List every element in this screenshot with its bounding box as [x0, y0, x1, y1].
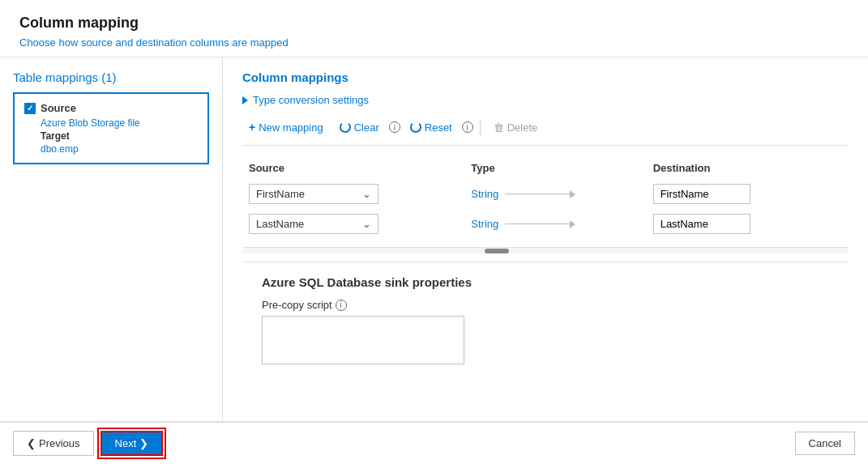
arrow-line	[505, 220, 575, 228]
scrollbar-thumb	[485, 249, 509, 253]
col-type-header: Type	[464, 157, 646, 179]
clear-label: Clear	[354, 121, 379, 134]
delete-button[interactable]: 🗑 Delete	[487, 118, 545, 137]
next-label: Next	[115, 437, 137, 449]
precopy-textarea[interactable]	[262, 316, 464, 364]
reset-icon	[410, 121, 421, 133]
body-area: Table mappings (1) Source Azure Blob Sto…	[0, 57, 868, 421]
cancel-button[interactable]: Cancel	[795, 432, 855, 455]
new-mapping-button[interactable]: + New mapping	[242, 117, 330, 137]
source-value: Azure Blob Storage file	[41, 117, 198, 129]
clear-icon	[340, 121, 351, 133]
right-panel: Column mappings Type conversion settings…	[223, 57, 868, 421]
chevron-down-icon: ⌄	[362, 218, 371, 230]
destination-cell	[647, 209, 849, 239]
arrow-head-icon	[570, 220, 575, 228]
table-row: LastName ⌄ String	[242, 209, 849, 239]
table-row: FirstName ⌄ String	[242, 179, 849, 209]
clear-info-icon: i	[389, 121, 400, 133]
reset-label: Reset	[425, 121, 452, 134]
arrow-head-icon	[570, 190, 575, 198]
chevron-left-icon: ❮	[27, 437, 36, 449]
source-cell: LastName ⌄	[242, 209, 464, 239]
type-conversion-row[interactable]: Type conversion settings	[242, 94, 849, 106]
chevron-right-icon: ❯	[139, 437, 148, 449]
destination-input[interactable]	[653, 214, 750, 234]
previous-label: Previous	[39, 437, 80, 449]
source-select[interactable]: FirstName ⌄	[249, 184, 378, 204]
type-cell: String	[464, 209, 646, 239]
previous-button[interactable]: ❮ Previous	[13, 431, 94, 456]
arrow-line	[505, 190, 575, 198]
horizontal-scrollbar[interactable]	[242, 247, 849, 253]
page-title: Column mapping	[19, 15, 849, 32]
main-content: Column mapping Choose how source and des…	[0, 0, 868, 421]
type-cell: String	[464, 179, 646, 209]
source-select-value: LastName	[256, 218, 304, 230]
sink-section: Azure SQL Database sink properties Pre-c…	[242, 262, 849, 380]
chevron-down-icon: ⌄	[362, 188, 371, 200]
reset-info-icon: i	[462, 121, 473, 133]
footer: ❮ Previous Next ❯ Cancel	[0, 421, 868, 464]
expand-arrow-icon	[242, 96, 248, 104]
mapping-item[interactable]: Source Azure Blob Storage file Target db…	[13, 92, 209, 164]
delete-icon: 🗑	[494, 121, 504, 134]
new-mapping-label: New mapping	[259, 121, 323, 134]
footer-left: ❮ Previous Next ❯	[13, 431, 163, 456]
column-mappings-title: Column mappings	[242, 70, 849, 84]
cancel-label: Cancel	[809, 437, 841, 449]
destination-input[interactable]	[653, 184, 750, 204]
target-value: dbo.emp	[41, 143, 198, 155]
col-dest-header: Destination	[647, 157, 849, 179]
mapping-item-header: Source	[24, 102, 198, 114]
toolbar: + New mapping Clear i Reset i 🗑 Delete	[242, 117, 849, 146]
mapping-table: Source Type Destination FirstName ⌄ Stri…	[242, 157, 849, 239]
sink-title: Azure SQL Database sink properties	[262, 275, 829, 289]
toolbar-divider	[480, 119, 481, 135]
source-select[interactable]: LastName ⌄	[249, 214, 378, 234]
type-label: String	[471, 218, 498, 230]
next-button[interactable]: Next ❯	[100, 431, 164, 456]
clear-button[interactable]: Clear	[333, 118, 386, 137]
reset-button[interactable]: Reset	[404, 118, 459, 137]
col-source-header: Source	[242, 157, 464, 179]
line	[505, 194, 570, 194]
page-header: Column mapping Choose how source and des…	[0, 0, 868, 57]
page-subtitle: Choose how source and destination column…	[19, 36, 849, 49]
checkbox-icon	[24, 103, 36, 114]
line	[505, 223, 570, 224]
type-conversion-label: Type conversion settings	[253, 94, 369, 106]
left-panel: Table mappings (1) Source Azure Blob Sto…	[0, 57, 223, 421]
target-label: Target	[41, 130, 198, 142]
table-mappings-title: Table mappings (1)	[13, 70, 209, 84]
source-select-value: FirstName	[256, 188, 305, 200]
source-cell: FirstName ⌄	[242, 179, 464, 209]
precopy-info-icon: i	[336, 300, 347, 311]
precopy-label: Pre-copy script i	[262, 299, 829, 311]
type-label: String	[471, 188, 498, 200]
plus-icon: +	[249, 121, 255, 134]
destination-cell	[647, 179, 849, 209]
delete-label: Delete	[507, 121, 538, 134]
